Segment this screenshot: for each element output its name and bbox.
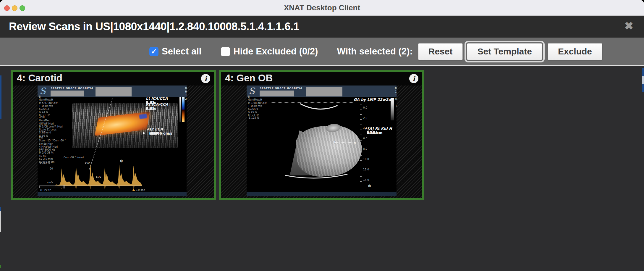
scan-title: 4: Carotid	[17, 72, 62, 84]
background-window-edge	[0, 75, 1, 119]
mi-ti-values: MI 1.0 TIb 0.1	[395, 86, 397, 101]
ultrasound-image-gen-ob: S SEATTLE GRACE HOSPITAL 09/04/2016 15:4…	[247, 86, 397, 196]
hospital-logo: S	[40, 86, 46, 96]
scrollbar-thumb[interactable]	[642, 76, 644, 84]
axis-unit: cm/s	[47, 181, 53, 184]
window-title: XNAT Desktop Client	[0, 0, 644, 16]
b-mode-params: B Gen/Med/H M 5/67 dB/Low T 1540 m/s SC/…	[39, 95, 58, 117]
scan-card-header: 4: Gen OB i	[221, 72, 422, 86]
hospital-logo: S	[249, 86, 255, 96]
sample-gate	[144, 128, 144, 140]
us-footer-bar	[247, 192, 397, 196]
sample-gate-marker	[143, 132, 145, 134]
axis-tick: -50	[49, 167, 53, 170]
b-mode-params: B Gen/Med/H M 1/58 dB/Low T 1540 m/s SC/…	[248, 95, 267, 117]
ratio-measurements: Lt ICA/CCA Ratio0.93 Rt ICA/CCA Ratio0.9…	[146, 96, 181, 107]
modal-title: Review Scans in US|1080x1440|1.2.840.100…	[9, 16, 299, 38]
hide-excluded-checkbox[interactable]: ✓	[221, 47, 230, 56]
doppler-color-bar	[182, 97, 185, 122]
hide-excluded-label[interactable]: Hide Excluded (0/2)	[233, 46, 318, 57]
time-scale-label: 3.0 sec	[136, 188, 145, 191]
select-all-checkbox[interactable]: ✓	[149, 47, 158, 56]
scan-thumbnail: S SEATTLE GRACE HOSPITAL 09/04/2016 15:4…	[221, 86, 422, 198]
caliper-plus-marker: +	[334, 141, 336, 144]
ultrasound-image-carotid: S SEATTLE GRACE HOSPITAL 09/04/2016 14:1…	[38, 86, 187, 196]
zoom-level: Z 125 %	[249, 116, 259, 119]
anatomy-arc	[299, 101, 338, 112]
grayscale-bar	[391, 98, 394, 120]
zoom-level: Z 105 %	[40, 161, 50, 164]
xnat-desktop-window: XNAT Desktop Client Review Scans in US|1…	[0, 0, 644, 271]
frame-counter: Fr. 7777	[40, 189, 51, 192]
scan-thumbnail: S SEATTLE GRACE HOSPITAL 09/04/2016 14:1…	[13, 86, 214, 198]
hospital-name: SEATTLE GRACE HOSPITAL	[51, 87, 94, 90]
background-window-edge	[0, 207, 1, 211]
modal-header: Review Scans in US|1080x1440|1.2.840.100…	[0, 16, 644, 38]
time-marker	[132, 189, 135, 191]
anatomy-bottom-arc	[284, 173, 348, 181]
info-icon[interactable]: i	[201, 74, 210, 83]
set-template-button[interactable]: Set Template	[467, 43, 542, 60]
ga-label: GA by LMP 22w2d	[354, 97, 391, 102]
doppler-waveform	[55, 158, 144, 191]
redacted-patient-info	[306, 87, 342, 96]
distance-measurements: +[A] Rt Kid H Dist1.12 cm ×Dist0.14 cm	[364, 126, 394, 131]
reset-button[interactable]: Reset	[418, 43, 463, 60]
depth-ruler-ticks	[360, 104, 362, 183]
mi-ti-values: MI 0.9 TIb 2.3	[185, 86, 187, 101]
us-footer-bar	[38, 192, 187, 196]
scan-card-gen-ob[interactable]: 4: Gen OB i S SEATTLE GRACE HOSPITAL 09/…	[219, 70, 424, 200]
caliper-x-marker: ×	[354, 141, 356, 144]
doppler-measurements: +Lt ECA PSV-67.46 cm/s EDV-21.06 cm/s RI…	[146, 127, 185, 131]
info-icon[interactable]: i	[409, 74, 418, 83]
with-selected-label: With selected (2):	[337, 46, 412, 57]
check-icon: ✓	[151, 48, 157, 55]
hospital-name: SEATTLE GRACE HOSPITAL	[260, 87, 303, 90]
scan-card-header: 4: Carotid i	[13, 72, 214, 86]
background-window-edge	[0, 211, 1, 232]
toolbar: ✓ Select all ✓ Hide Excluded (0/2) With …	[0, 38, 644, 66]
cine-progress-bar	[39, 185, 65, 188]
redacted-patient-info	[96, 87, 132, 96]
select-all-label[interactable]: Select all	[162, 46, 201, 57]
grayscale-bar	[179, 97, 181, 122]
edv-label: EDV	[96, 175, 101, 178]
scan-review-area: 4: Carotid i S SEATTLE GRACE HOSPITAL 09…	[0, 66, 644, 270]
close-icon[interactable]: ✖	[624, 20, 633, 32]
scan-title: 4: Gen OB	[225, 72, 273, 84]
scan-card-carotid[interactable]: 4: Carotid i S SEATTLE GRACE HOSPITAL 09…	[11, 70, 216, 200]
us-header-bar: S SEATTLE GRACE HOSPITAL 09/04/2016 14:1…	[38, 86, 187, 97]
psv-label: PSV	[85, 162, 90, 165]
exclude-button[interactable]: Exclude	[548, 43, 602, 60]
titlebar: XNAT Desktop Client	[0, 0, 644, 16]
freeze-icon: ❄	[120, 159, 123, 163]
freeze-icon: ❄	[368, 184, 371, 188]
us-header-bar: S SEATTLE GRACE HOSPITAL 09/04/2016 15:4…	[247, 86, 397, 97]
depth-ruler-labels: 0.0 2.0 4.0 6.0 8.0 10.0 12.0 14.0	[363, 103, 369, 185]
dcpi-params: dCPI Gen/Med Off/WF Med M 3/CR Low/P. Me…	[39, 116, 63, 137]
background-window-edge	[0, 265, 1, 268]
caliper-line	[335, 142, 354, 143]
